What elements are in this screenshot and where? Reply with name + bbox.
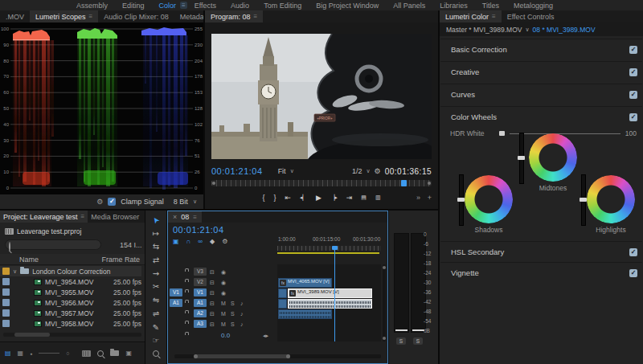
add-marker-icon[interactable]: ◆ xyxy=(210,238,215,245)
mark-out-button[interactable]: } xyxy=(273,194,276,202)
timeline-horizontal-scrollbar[interactable] xyxy=(174,354,381,358)
scrubber-right-handle[interactable] xyxy=(428,182,431,185)
tab-sequence-08[interactable]: × 08 ≡ xyxy=(168,211,202,223)
column-frame-rate[interactable]: Frame Rate xyxy=(101,256,140,264)
extract-button[interactable]: ▥ xyxy=(375,194,381,201)
source-patch-a1[interactable]: A1 xyxy=(170,299,182,307)
button-editor-plus-icon[interactable]: + xyxy=(428,194,432,202)
clip-stub-a1[interactable] xyxy=(278,299,287,309)
section-hsl-secondary[interactable]: HSL Secondary✓ xyxy=(440,241,642,262)
clip-label-chip[interactable] xyxy=(2,278,10,285)
project-bin-row[interactable]: ∨ London Colour Correction xyxy=(0,266,141,276)
column-name[interactable]: Name xyxy=(19,256,39,264)
clip-mvi-3989-video[interactable]: fxMVI_3989.MOV [V] xyxy=(288,288,372,298)
rolling-edit-tool[interactable]: ⇄ xyxy=(153,256,159,265)
mark-in-button[interactable]: { xyxy=(262,194,264,202)
zoom-in-icon[interactable]: ○ xyxy=(66,350,69,356)
solo-button[interactable]: S xyxy=(231,299,235,309)
play-button[interactable]: ▶ xyxy=(316,194,322,202)
project-clip-row[interactable]: MVI_3956.MOV 25.00 fps xyxy=(0,297,141,308)
timeline-timecode[interactable]: 00:01:21:04 xyxy=(173,225,224,235)
panel-menu-icon[interactable]: ≡ xyxy=(89,13,93,20)
close-icon[interactable]: × xyxy=(173,213,177,221)
midtones-luma-slider[interactable] xyxy=(519,133,524,184)
program-zoom-select[interactable]: Fit xyxy=(278,167,286,175)
patch-icon[interactable]: ⊟ xyxy=(210,288,215,298)
scrubber-left-handle[interactable] xyxy=(212,182,215,185)
tab-project[interactable]: Project: Leaverage test≡ xyxy=(0,211,88,223)
eye-icon[interactable]: ◉ xyxy=(221,268,226,277)
solo-right-button[interactable]: S xyxy=(413,337,423,345)
color-wheels-checkbox[interactable]: ✓ xyxy=(629,113,637,121)
bin-disclosure-icon[interactable]: ∨ xyxy=(13,268,17,275)
transport-overflow-icon[interactable]: » xyxy=(416,194,420,202)
project-clip-row[interactable]: MVI_3958.MOV 25.00 fps xyxy=(0,318,141,329)
program-settings-wrench-icon[interactable]: ⚙ xyxy=(375,167,381,175)
panel-menu-icon[interactable]: ≡ xyxy=(492,13,496,20)
source-patch-v1[interactable]: V1 xyxy=(170,288,182,297)
tab-lumetri-color[interactable]: Lumetri Color≡ xyxy=(440,10,502,22)
solo-button[interactable]: S xyxy=(231,320,235,329)
clip-mvi-4065-audio[interactable] xyxy=(278,309,332,319)
thumbnail-zoom-slider[interactable] xyxy=(39,353,59,354)
project-clip-row[interactable]: MVI_3957.MOV 25.00 fps xyxy=(0,308,141,318)
project-list-header[interactable]: Name Frame Rate xyxy=(0,254,145,265)
workspace-effects[interactable]: Effects xyxy=(187,2,223,10)
tab-overflow-icon[interactable]: » xyxy=(142,211,145,223)
lift-button[interactable]: ▤ xyxy=(361,194,367,201)
clip-label-chip[interactable] xyxy=(2,299,10,306)
tab-metadata[interactable]: Metadata xyxy=(174,10,203,22)
razor-tool[interactable]: ✂ xyxy=(153,282,159,292)
panel-menu-icon[interactable]: ≡ xyxy=(193,214,197,221)
program-zoom-chevron-icon[interactable]: ∨ xyxy=(290,168,294,174)
workspace-libraries[interactable]: Libraries xyxy=(432,2,475,10)
tab-lumetri-scopes[interactable]: Lumetri Scopes≡ xyxy=(30,10,98,22)
curves-checkbox[interactable]: ✓ xyxy=(629,91,637,99)
icon-view-button[interactable]: ▦ xyxy=(18,350,24,357)
tab-audio-clip-mixer[interactable]: Audio Clip Mixer: 08 xyxy=(98,10,174,22)
workspace-color[interactable]: Color xyxy=(152,2,184,10)
project-clip-row[interactable]: MVI_3955.MOV 25.00 fps xyxy=(0,287,141,297)
microphone-icon[interactable]: ♪ xyxy=(240,299,244,309)
shadows-color-wheel[interactable] xyxy=(465,175,513,223)
clip-label-chip[interactable] xyxy=(2,288,10,296)
patch-icon[interactable]: ⊟ xyxy=(210,309,215,319)
section-vignette[interactable]: Vignette✓ xyxy=(440,262,642,283)
bit-depth-value[interactable]: 8 Bit xyxy=(174,198,188,206)
workspace-editing[interactable]: Editing xyxy=(115,2,152,10)
bit-depth-chevron-icon[interactable]: ∨ xyxy=(193,198,197,205)
program-playhead-handle[interactable] xyxy=(401,180,407,186)
workspace-audio[interactable]: Audio xyxy=(223,2,256,10)
go-to-out-button[interactable]: ⇥ xyxy=(346,194,353,202)
step-back-button[interactable]: ◂▏ xyxy=(300,194,307,201)
tab-effect-controls[interactable]: Effect Controls xyxy=(502,10,560,22)
scrollbar-handle[interactable] xyxy=(194,354,290,358)
eye-icon[interactable]: ◉ xyxy=(221,278,226,288)
solo-button[interactable]: S xyxy=(231,309,235,319)
nest-toggle-icon[interactable]: ▣ xyxy=(173,238,179,245)
hsl-secondary-checkbox[interactable]: ✓ xyxy=(629,248,637,256)
zoom-tool[interactable] xyxy=(153,350,159,359)
program-resolution-chevron-icon[interactable]: ∨ xyxy=(366,168,370,174)
go-to-in-button[interactable]: ⇤ xyxy=(285,194,291,202)
clip-mvi-4065-video[interactable]: fxMVI_4065.MOV [V] xyxy=(278,278,332,288)
project-file-row[interactable]: Leaverage test.prproj xyxy=(5,226,141,236)
midtones-color-wheel[interactable] xyxy=(529,133,577,182)
hdr-white-slider-handle[interactable] xyxy=(499,131,505,136)
track-select-forward-tool[interactable]: ↦ xyxy=(153,229,159,239)
slide-tool[interactable]: ⇌ xyxy=(153,309,159,319)
eye-icon[interactable]: ◉ xyxy=(221,288,226,298)
lumetri-sequence-clip[interactable]: 08 * MVI_3989.MOV xyxy=(533,26,596,34)
track-v2-button[interactable]: V2 xyxy=(194,278,207,286)
clip-label-chip[interactable] xyxy=(2,309,10,317)
project-search-input[interactable] xyxy=(5,239,101,250)
workspace-metalogging[interactable]: Metalogging xyxy=(506,2,560,10)
fit-sequence-icon[interactable]: ◂▸ xyxy=(263,331,268,341)
master-volume-value[interactable]: 0.0 xyxy=(221,331,230,341)
master-clip-chevron-icon[interactable]: ∨ xyxy=(525,27,529,33)
section-curves[interactable]: Curves✓ xyxy=(440,84,642,104)
solo-left-button[interactable]: S xyxy=(396,337,406,345)
workspace-assembly[interactable]: Assembly xyxy=(69,2,115,10)
program-resolution-select[interactable]: 1/2 xyxy=(352,167,362,175)
clip-stub-v1[interactable] xyxy=(278,288,287,298)
